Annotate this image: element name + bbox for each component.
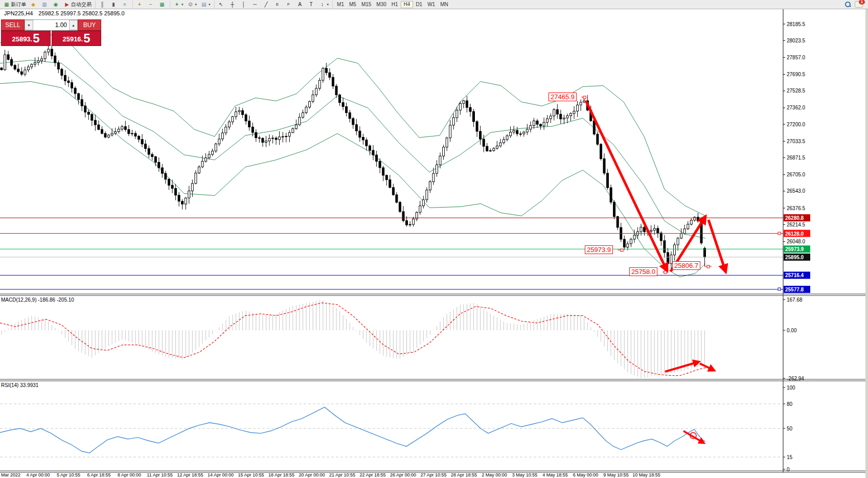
annotation-support-price[interactable]: 25973.9 [585,245,613,254]
sell-button[interactable]: SELL [1,19,25,31]
sell-price-display[interactable]: 25893. 5 [1,31,51,46]
svg-text:26128.0: 26128.0 [785,231,804,237]
volume-input[interactable]: 1.00 [33,20,69,30]
annotation-low-price[interactable]: 25758.0 [629,267,657,276]
svg-text:27362.0: 27362.0 [787,105,806,110]
object-handle[interactable] [707,265,710,268]
templates-icon: ▤ [201,2,207,8]
trading-app-window: 26280.826128.025973.925895.025716.425577… [0,0,868,478]
svg-text:28023.5: 28023.5 [787,38,806,43]
svg-text:25577.8: 25577.8 [785,287,804,292]
object-handle[interactable] [778,288,781,290]
annotation-high-price[interactable]: 27465.9 [549,93,577,101]
text-tool-button[interactable]: A [295,1,306,8]
svg-text:28185.5: 28185.5 [787,21,806,27]
svg-text:27033.5: 27033.5 [787,139,806,144]
svg-text:6 May 00:00: 6 May 00:00 [573,472,599,477]
navigator-button[interactable]: ◉ [51,1,61,8]
autotrading-button[interactable]: ▶ 自动交易 [62,1,93,8]
chart-canvas[interactable]: 26280.826128.025973.925895.025716.425577… [0,0,868,478]
channel-tool-button[interactable]: E [273,1,283,8]
indicators-button[interactable]: + ▾ [172,1,185,8]
svg-text:15: 15 [787,454,793,460]
ohlc-values: 25982.5 25997.5 25802.5 25895.0 [38,10,124,16]
object-handle[interactable] [621,249,623,252]
object-handle[interactable] [664,271,667,274]
timeframe-d1-button[interactable]: D1 [413,1,425,8]
horizontal-line-icon: ─ [252,2,258,8]
timeframe-m1-button[interactable]: M1 [334,1,347,8]
object-handle[interactable] [778,232,781,235]
svg-text:5 Apr 10:55: 5 Apr 10:55 [57,472,80,477]
symbol-period-label: JPN225,H4 [4,10,33,16]
buy-price-main: 25916. [62,34,83,44]
svg-text:8 Apr 00:00: 8 Apr 00:00 [118,472,141,477]
broom-icon: ◆ [30,2,36,8]
text-tool-icon: A [297,2,303,8]
crosshair-icon: ┼ [230,2,236,8]
svg-text:26214.5: 26214.5 [787,222,806,227]
tile-windows-button[interactable]: ▦ [157,1,168,8]
crosshair-tool-button[interactable]: ┼ [228,1,238,8]
sell-price-main: 25893. [12,34,32,44]
notification-count-badge: 1 [859,0,865,5]
volume-increment-button[interactable]: ▲ [69,20,78,30]
search-icon[interactable] [845,2,851,7]
time-axis-labels: Mar 20224 Apr 00:005 Apr 10:556 Apr 18:5… [1,472,660,477]
horizontal-line-tool-button[interactable]: ─ [250,1,261,8]
vertical-line-tool-button[interactable]: │ [239,1,249,8]
trendline-tool-button[interactable]: ╱ [262,1,272,8]
zoom-out-button[interactable]: − [146,1,156,8]
candle-chart-mode-button[interactable]: ▮ [109,1,119,8]
fibonacci-tool-button[interactable]: F [284,1,294,8]
cursor-tool-button[interactable]: ↖ [217,1,227,8]
svg-text:9 May 10:55: 9 May 10:55 [603,472,629,477]
svg-text:50: 50 [787,426,793,431]
svg-text:-262.94: -262.94 [787,376,804,381]
periods-clock-icon: ⊙ [188,2,194,8]
timeframe-m15-button[interactable]: M15 [359,1,374,8]
one-click-trading-panel: SELL ▼ 1.00 ▲ BUY 25893. 5 25916. 5 [1,19,101,46]
buy-price-display[interactable]: 25916. 5 [52,31,101,46]
templates-button[interactable]: ▤ ▾ [199,1,212,8]
svg-text:25895.0: 25895.0 [785,255,804,260]
svg-text:26048.0: 26048.0 [787,239,806,244]
svg-text:27528.5: 27528.5 [787,88,806,94]
candle-chart-icon: ▮ [110,2,117,8]
annotation-retest-price[interactable]: 25806.7 [672,261,700,270]
window-scroll-strip[interactable] [865,9,868,478]
notifications-icon[interactable]: 1 [855,1,863,8]
periods-caret-icon: ▾ [195,3,197,7]
svg-text:4 May 18:55: 4 May 18:55 [542,472,568,477]
timeframe-h4-button[interactable]: H4 [401,1,414,8]
timeframe-mn-button[interactable]: MN [438,1,451,8]
timeframe-m30-button[interactable]: M30 [374,1,389,8]
timeframe-h1-button[interactable]: H1 [389,1,401,8]
bar-chart-mode-button[interactable]: ║ [98,1,108,8]
bar-chart-icon: ║ [99,2,105,8]
object-handle[interactable] [583,96,586,99]
svg-text:26376.5: 26376.5 [787,206,806,211]
buy-button[interactable]: BUY [78,19,101,31]
svg-text:0.00: 0.00 [787,328,797,333]
zoom-in-button[interactable]: + [135,1,145,8]
market-watch-button[interactable]: ▥ [40,1,50,8]
timeframe-w1-button[interactable]: W1 [425,1,438,8]
svg-text:80: 80 [787,401,793,407]
text-label-tool-button[interactable]: T [307,1,317,8]
svg-text:27690.5: 27690.5 [787,72,806,77]
svg-text:26 Apr 00:00: 26 Apr 00:00 [390,472,416,477]
svg-text:4 Apr 00:00: 4 Apr 00:00 [26,472,50,477]
buy-price-big-digit: 5 [83,32,90,44]
volume-decrement-button[interactable]: ▼ [25,20,33,30]
line-chart-mode-button[interactable]: ≈ [120,1,130,8]
svg-text:12 Apr 18:55: 12 Apr 18:55 [177,472,203,477]
periods-button[interactable]: ⊙ ▾ [186,1,199,8]
arrows-tool-button[interactable]: ↕ ▾ [318,1,331,8]
timeframe-m5-button[interactable]: M5 [347,1,359,8]
line-chart-icon: ≈ [122,2,128,8]
styler-button[interactable]: ◆ [29,1,39,8]
new-order-button[interactable]: ▦ 新订单 [2,1,28,8]
new-order-label: 新订单 [11,1,26,8]
equidistant-channel-icon: E [275,2,281,8]
